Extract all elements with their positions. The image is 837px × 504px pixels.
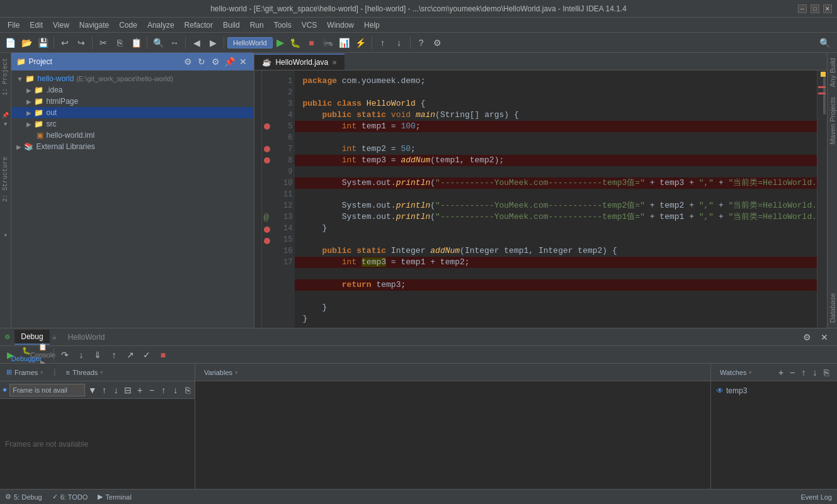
toolbar-ant-button[interactable]: 🐜 (321, 35, 336, 50)
left-tab-structure[interactable]: 2: Structure (1, 154, 10, 204)
frame-up2-btn[interactable]: ↑ (159, 384, 168, 396)
tree-root[interactable]: ▼ 📁 hello-world (E:\git_work_space\hello… (11, 73, 254, 84)
variables-tab[interactable]: Variables ▾ (200, 367, 242, 378)
toolbar-forward-button[interactable]: ▶ (205, 35, 220, 50)
stop-button[interactable]: ■ (304, 35, 319, 50)
breakpoint-14[interactable] (264, 227, 270, 233)
debug-settings-btn[interactable]: ⚙ (799, 330, 814, 345)
threads-tab[interactable]: ≡ Threads ▾ (62, 367, 107, 378)
menu-tools[interactable]: Tools (269, 20, 297, 31)
toolbar-paste-button[interactable]: 📋 (128, 35, 144, 50)
project-close-btn[interactable]: ✕ (237, 56, 249, 67)
frame-filter-btn[interactable]: ⊟ (123, 384, 133, 396)
editor-tab-helloworld[interactable]: ☕ HelloWorld.java ✕ (254, 53, 344, 70)
run-button[interactable]: ▶ (274, 35, 287, 50)
tree-external[interactable]: ▶ 📚 External Libraries (11, 141, 254, 152)
right-tab-maven[interactable]: Maven Projects (828, 92, 838, 150)
breakpoint-5[interactable] (264, 123, 270, 130)
debug-stop-btn[interactable]: ■ (156, 347, 171, 362)
watches-up-btn[interactable]: ↑ (798, 367, 809, 378)
maximize-button[interactable]: □ (811, 4, 819, 13)
debug-close-btn[interactable]: ✕ (817, 330, 832, 345)
toolbar-profile-button[interactable]: ⚡ (353, 35, 368, 50)
debug-force-step[interactable]: ⇓ (90, 347, 105, 362)
toolbar-settings-button[interactable]: ⚙ (430, 35, 445, 50)
frame-dropdown[interactable]: ▼ (88, 384, 97, 396)
watches-remove-btn[interactable]: − (787, 367, 798, 378)
scrollbar-thumb[interactable] (823, 77, 826, 115)
frame-input[interactable] (9, 384, 85, 396)
frame-remove-btn[interactable]: − (147, 384, 157, 396)
menu-code[interactable]: Code (114, 20, 142, 31)
toolbar-coverage-button[interactable]: 📊 (337, 35, 352, 50)
toolbar-redo-button[interactable]: ↪ (74, 35, 89, 50)
window-controls[interactable]: ─ □ ✕ (798, 4, 832, 13)
minimize-button[interactable]: ─ (798, 4, 807, 13)
left-tab-icon2[interactable]: ▼ (3, 120, 8, 129)
menu-analyze[interactable]: Analyze (142, 20, 179, 31)
run-config-selector[interactable]: HelloWorld (227, 37, 273, 48)
watches-tab[interactable]: Watches ▾ (716, 367, 756, 378)
toolbar-undo-button[interactable]: ↩ (57, 35, 72, 50)
menu-view[interactable]: View (48, 20, 74, 31)
close-button[interactable]: ✕ (823, 4, 832, 13)
tree-src[interactable]: ▶ 📁 src (11, 118, 254, 130)
project-settings-btn[interactable]: ⚙ (182, 56, 193, 67)
debug-step-over[interactable]: ↷ (57, 347, 72, 362)
tree-idea[interactable]: ▶ 📁 .idea (11, 84, 254, 96)
menu-run[interactable]: Run (245, 20, 269, 31)
debug-step-into[interactable]: ↓ (74, 347, 89, 362)
project-gear-btn[interactable]: ⚙ (210, 56, 221, 67)
frame-down2-btn[interactable]: ↓ (171, 384, 180, 396)
tree-out[interactable]: ▶ 📁 out (11, 107, 254, 118)
breakpoint-8[interactable] (264, 157, 270, 164)
menu-file[interactable]: File (3, 20, 25, 31)
toolbar-search-btn[interactable]: 🔍 (817, 35, 832, 50)
tab-close[interactable]: ✕ (332, 59, 337, 66)
right-tab-build[interactable]: Any Build (828, 53, 838, 92)
code-editor[interactable]: @ 12345 678910 1112131415 1617 package c… (254, 70, 827, 328)
frame-down-btn[interactable]: ↓ (111, 384, 121, 396)
menu-help[interactable]: Help (359, 20, 385, 31)
breakpoint-15[interactable] (264, 238, 270, 244)
breakpoint-7[interactable] (264, 146, 270, 152)
toolbar-help-button[interactable]: ? (414, 35, 429, 50)
debug-run-to-cursor[interactable]: ↗ (123, 347, 138, 362)
toolbar-find-button[interactable]: 🔍 (151, 35, 166, 50)
left-tab-icon1[interactable]: 📌 (1, 111, 10, 120)
toolbar-cut-button[interactable]: ✂ (96, 35, 111, 50)
frames-tab[interactable]: ⊞ Frames ▾ (3, 367, 47, 378)
strip-debug[interactable]: ⚙ 5: Debug (5, 493, 42, 501)
watches-down-btn[interactable]: ↓ (809, 367, 821, 378)
toolbar-open-button[interactable]: 📂 (19, 35, 34, 50)
menu-refactor[interactable]: Refactor (179, 20, 218, 31)
left-tab-fav[interactable]: ★ (3, 230, 9, 240)
menu-vcs[interactable]: VCS (297, 20, 322, 31)
watches-copy-btn[interactable]: ⎘ (821, 367, 832, 378)
toolbar-copy-button[interactable]: ⎘ (112, 35, 127, 50)
debug-evaluate[interactable]: ✓ (139, 347, 154, 362)
console-tab[interactable]: 📋 Console ▶ (35, 347, 50, 362)
frame-add-btn[interactable]: + (135, 384, 145, 396)
menu-edit[interactable]: Edit (25, 20, 48, 31)
project-sync-btn[interactable]: ↻ (196, 56, 207, 67)
toolbar-back-button[interactable]: ◀ (189, 35, 204, 50)
project-pin-btn[interactable]: 📌 (224, 56, 235, 67)
frame-up-btn[interactable]: ↑ (100, 384, 109, 396)
menu-build[interactable]: Build (218, 20, 245, 31)
tree-iml[interactable]: ▣ hello-world.iml (11, 130, 254, 141)
frame-copy-btn[interactable]: ⎘ (183, 384, 192, 396)
debug-step-out[interactable]: ↑ (106, 347, 122, 362)
strip-eventlog[interactable]: Event Log (800, 493, 832, 501)
toolbar-update-button[interactable]: ↓ (392, 35, 407, 50)
watches-add-btn[interactable]: + (775, 367, 787, 378)
left-tab-project[interactable]: 1: Project (1, 55, 10, 98)
toolbar-replace-button[interactable]: ↔ (167, 35, 182, 50)
strip-terminal[interactable]: ▶ Terminal (98, 493, 132, 501)
debug-button[interactable]: 🐛 (288, 35, 303, 50)
menu-window[interactable]: Window (322, 20, 359, 31)
toolbar-save-button[interactable]: 💾 (35, 35, 50, 50)
right-tab-database[interactable]: Database (828, 288, 838, 328)
tab-helloworld[interactable]: HelloWorld (62, 330, 111, 344)
editor-scrollbar[interactable] (817, 70, 827, 328)
